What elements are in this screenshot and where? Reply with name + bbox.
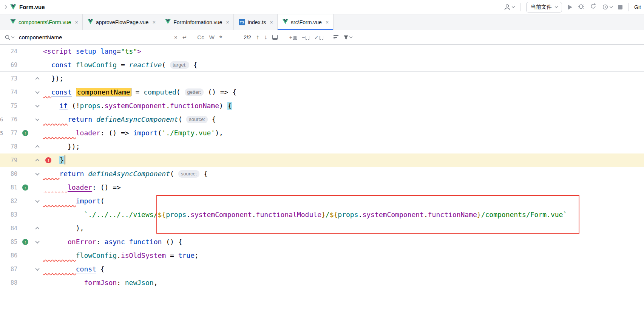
close-tab-icon[interactable]: × xyxy=(326,19,329,25)
chevron-down-icon xyxy=(349,35,352,38)
coverage-icon[interactable] xyxy=(590,3,596,11)
code-text: onError: async function () { xyxy=(43,235,644,249)
vue-icon xyxy=(88,19,93,25)
chevron-down-icon xyxy=(610,5,613,8)
fold-start-icon[interactable] xyxy=(35,117,39,121)
code-line-86[interactable]: 86 flowConfig.isOldSystem = true; xyxy=(0,249,644,262)
match-case-toggle[interactable]: Cc xyxy=(197,34,204,40)
fold-start-icon[interactable] xyxy=(35,90,39,94)
code-text: const flowConfig = reactive( target: { xyxy=(43,58,644,72)
window-title: Form.vue xyxy=(19,4,45,10)
filter-lines-icon[interactable] xyxy=(334,35,338,39)
code-text: return defineAsyncComponent( source: { xyxy=(43,113,644,126)
tab-label: src\Form.vue xyxy=(291,19,322,25)
open-in-find-window-icon[interactable] xyxy=(272,35,278,40)
code-line-82[interactable]: 82 import( xyxy=(0,194,644,208)
fold-end-icon[interactable] xyxy=(35,145,39,149)
vue-icon xyxy=(283,19,288,25)
fold-start-icon[interactable] xyxy=(35,239,39,243)
whole-words-toggle[interactable]: W xyxy=(209,34,215,40)
fold-start-icon[interactable] xyxy=(35,267,39,271)
code-lines: 24<script setup lang="ts">69 const flowC… xyxy=(0,45,644,290)
code-line-85[interactable]: 85↑ onError: async function () { xyxy=(0,235,644,249)
filter-funnel-icon[interactable] xyxy=(343,35,352,40)
navigate-up-badge-icon[interactable]: ↑ xyxy=(22,239,28,245)
edge-fragment: 5 xyxy=(0,130,3,136)
code-line-87[interactable]: 87 const { xyxy=(0,262,644,276)
code-line-78[interactable]: 78 }); xyxy=(0,140,644,153)
code-line-84[interactable]: 84 ), xyxy=(0,222,644,235)
ide-window: Form.vue 当前文件 Git xyxy=(0,0,644,310)
close-tab-icon[interactable]: × xyxy=(226,19,229,25)
line-number: 74 xyxy=(0,89,19,96)
code-line-24[interactable]: 24<script setup lang="ts"> xyxy=(0,45,644,58)
tab-index.ts[interactable]: TSindex.ts× xyxy=(234,14,278,30)
code-text: flowConfig.isOldSystem = true; xyxy=(43,249,644,262)
code-line-69[interactable]: 69 const flowConfig = reactive( target: … xyxy=(0,58,644,72)
tab-components-Form.vue[interactable]: components\Form.vue× xyxy=(5,14,83,30)
code-line-77[interactable]: 77↑ loader: () => import('./Empty.vue'), xyxy=(0,126,644,140)
code-text: loader: () => xyxy=(43,181,644,194)
collaboration-user-icon[interactable] xyxy=(504,4,514,11)
search-input[interactable]: componentName xyxy=(19,34,169,40)
run-config-selector[interactable]: 当前文件 xyxy=(526,2,562,12)
navigate-up-badge-icon[interactable]: ↑ xyxy=(22,184,28,191)
newline-icon[interactable]: ↵ xyxy=(182,34,187,40)
close-tab-icon[interactable]: × xyxy=(75,19,78,25)
code-line-73[interactable]: 73 }); xyxy=(0,72,644,85)
fold-start-icon[interactable] xyxy=(35,198,39,203)
clear-search-icon[interactable]: × xyxy=(174,34,178,40)
debug-icon[interactable] xyxy=(578,3,584,11)
code-line-88[interactable]: 88 formJson: newJson, xyxy=(0,276,644,290)
fold-start-icon[interactable] xyxy=(35,103,39,107)
code-line-75[interactable]: 75 if (!props.systemComponent.functionNa… xyxy=(0,99,644,113)
fold-end-icon[interactable] xyxy=(35,77,39,81)
title-bar-actions: 当前文件 Git xyxy=(504,2,642,12)
code-line-74[interactable]: 74 const componentName = computed( gette… xyxy=(0,85,644,99)
code-line-81[interactable]: 81↑ loader: () => xyxy=(0,181,644,194)
vue-icon xyxy=(165,19,171,25)
line-number: 83 xyxy=(0,211,19,218)
tab-label: components\Form.vue xyxy=(19,19,71,25)
close-tab-icon[interactable]: × xyxy=(152,19,156,25)
profiler-icon[interactable] xyxy=(602,4,612,10)
fold-end-icon[interactable] xyxy=(35,227,39,231)
code-line-83[interactable]: 83 `./../../../views/${props.systemCompo… xyxy=(0,208,644,222)
code-text: const { xyxy=(43,262,644,276)
navigate-up-badge-icon[interactable]: ↑ xyxy=(22,130,28,136)
tab-src-Form.vue[interactable]: src\Form.vue× xyxy=(278,14,333,30)
chevron-down-icon xyxy=(555,5,558,8)
code-line-80[interactable]: 80 return defineAsyncComponent( source: … xyxy=(0,167,644,181)
search-icon[interactable] xyxy=(5,34,14,40)
next-match-icon[interactable]: ↓ xyxy=(264,34,267,41)
breadcrumb-chevron-icon[interactable] xyxy=(3,5,7,9)
tab-label: index.ts xyxy=(248,19,266,25)
typescript-icon: TS xyxy=(239,19,245,25)
code-line-76[interactable]: 76 return defineAsyncComponent( source: … xyxy=(0,113,644,126)
line-number: 87 xyxy=(0,266,19,273)
add-occurrence-icon[interactable]: + xyxy=(289,35,297,40)
tab-approveFlowPage.vue[interactable]: approveFlowPage.vue× xyxy=(83,14,160,30)
vue-icon xyxy=(10,19,16,25)
fold-start-icon[interactable] xyxy=(35,171,39,175)
line-number: 84 xyxy=(0,225,19,232)
tab-FormInformation.vue[interactable]: FormInformation.vue× xyxy=(160,14,234,30)
run-icon[interactable] xyxy=(568,5,572,10)
remove-occurrence-icon[interactable]: − xyxy=(302,35,309,40)
code-text: }); xyxy=(43,140,644,153)
select-all-occurrences-icon[interactable]: ✓ xyxy=(314,35,323,40)
close-tab-icon[interactable]: × xyxy=(270,19,273,25)
line-number: 73 xyxy=(0,75,19,82)
stop-icon[interactable] xyxy=(618,5,622,9)
error-icon[interactable]: ! xyxy=(45,157,51,163)
fold-end-icon[interactable] xyxy=(35,159,39,163)
regex-toggle[interactable]: * xyxy=(219,34,222,42)
code-editor[interactable]: 24<script setup lang="ts">69 const flowC… xyxy=(0,45,644,310)
previous-match-icon[interactable]: ↑ xyxy=(256,34,259,41)
code-text: if (!props.systemComponent.functionName)… xyxy=(43,99,644,113)
run-config-label: 当前文件 xyxy=(531,4,552,11)
code-line-79[interactable]: 79! } xyxy=(0,153,644,167)
line-number: 85 xyxy=(0,239,19,245)
git-menu[interactable]: Git xyxy=(634,4,641,10)
edge-fragment: 6 xyxy=(0,116,3,122)
